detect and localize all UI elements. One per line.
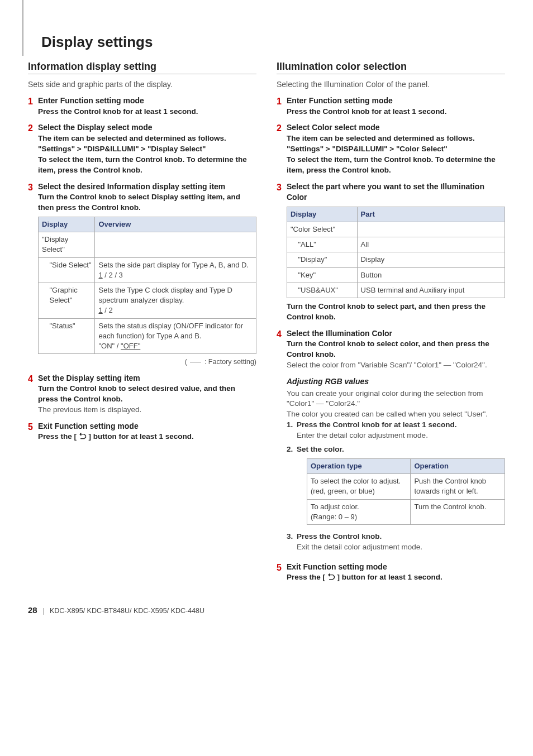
- table-header: Overview: [95, 217, 256, 232]
- side-rule: [22, 0, 23, 56]
- table-header: Display: [287, 207, 358, 222]
- default-value: 1: [98, 306, 102, 314]
- step-body: Select the Display select mode The item …: [38, 122, 256, 175]
- numlist-number: 3.: [287, 532, 297, 553]
- step-body: Enter Function setting mode Press the Co…: [38, 95, 256, 117]
- table-cell: [357, 222, 505, 237]
- table-cell: [95, 232, 256, 257]
- indent-cell: [287, 252, 295, 267]
- table-cell: Sets the Type C clock display and Type D…: [95, 283, 256, 318]
- page: Display settings Information display set…: [0, 0, 533, 631]
- table-cell: "ALL": [295, 237, 358, 252]
- table-cell: Push the Control knob towards right or l…: [411, 474, 505, 499]
- page-title: Display settings: [41, 34, 505, 51]
- step-body: Select Color select mode The item can be…: [287, 122, 505, 175]
- table-cell: "Status": [46, 318, 95, 354]
- step-number: 2: [277, 122, 287, 175]
- table-cell: Button: [357, 267, 505, 283]
- columns: Information display setting Sets side an…: [28, 61, 505, 588]
- step-sub: Turn the Control knob to select desired …: [38, 384, 256, 405]
- cell-text: Sets the Type C clock display and Type D…: [98, 286, 232, 304]
- table-header-row: Display Overview: [39, 217, 256, 232]
- table-cell: "Display Select": [39, 232, 95, 257]
- sub-prefix: Press the [: [287, 573, 327, 581]
- breadcrumb: "Settings" > "DISP&ILLUMI" > "Color Sele…: [287, 144, 505, 155]
- numlist-item: 1. Press the Control knob for at least 1…: [287, 420, 505, 441]
- step-number: 4: [277, 328, 287, 556]
- crumb-part: "DISP&ILLUMI": [83, 145, 139, 153]
- table-header-row: Operation type Operation: [307, 458, 505, 473]
- left-column: Information display setting Sets side an…: [28, 61, 256, 588]
- indent-cell: [39, 257, 46, 283]
- right-step-2: 2 Select Color select mode The item can …: [277, 122, 505, 175]
- step-title: Enter Function setting mode: [38, 95, 256, 107]
- table-cell: Display: [357, 252, 505, 267]
- table-cell: "Side Select": [46, 257, 95, 283]
- table-header: Part: [357, 207, 505, 222]
- step-title: Select the part where you want to set th…: [287, 181, 505, 203]
- rgb-operation-table: Operation type Operation To select the c…: [307, 458, 505, 525]
- crumb-part: "Settings": [38, 145, 75, 153]
- step-number: 5: [277, 562, 287, 583]
- table-row: "Display Select": [39, 232, 256, 257]
- step-sub: Turn the Control knob to select Display …: [38, 192, 256, 213]
- breadcrumb: "Settings" > "DISP&ILLUMI" > "Display Se…: [38, 144, 256, 155]
- step-title: Enter Function setting mode: [287, 95, 505, 107]
- step-sub: Press the Control knob for at least 1 se…: [287, 107, 505, 117]
- chevron-right-icon: >: [389, 145, 394, 153]
- left-step-2: 2 Select the Display select mode The ite…: [28, 122, 256, 175]
- table-cell: To adjust color. (Range: 0 – 9): [307, 499, 411, 524]
- table-row: "Status" Sets the status display (ON/OFF…: [39, 318, 256, 354]
- indent-cell: [287, 237, 295, 252]
- rgb-text: You can create your original color durin…: [287, 389, 505, 410]
- step-number: 1: [28, 95, 38, 117]
- step-number: 5: [28, 421, 38, 442]
- indent-cell: [287, 267, 295, 283]
- step-number: 3: [28, 181, 38, 367]
- title-area: Display settings: [41, 34, 505, 51]
- step-sub: Turn the Control knob to select color, a…: [287, 339, 505, 360]
- table-header: Operation type: [307, 458, 411, 473]
- factory-note-text: : Factory setting): [202, 358, 256, 366]
- default-value: 1: [98, 271, 102, 279]
- right-step-1: 1 Enter Function setting mode Press the …: [277, 95, 505, 117]
- step-title: Exit Function setting mode: [38, 421, 256, 432]
- sub-suffix: ] button for at least 1 second.: [87, 432, 194, 441]
- table-cell: To select the color to adjust. (red, gre…: [307, 474, 411, 499]
- cell-values: / 2 / 3: [103, 271, 123, 279]
- numlist-number: 2.: [287, 444, 297, 528]
- step-text: Select the color from "Variable Scan"/ "…: [287, 360, 505, 371]
- numlist-item: 3. Press the Control knob. Exit the deta…: [287, 532, 505, 553]
- table-cell: Turn the Control knob.: [411, 499, 505, 524]
- table-cell: All: [357, 237, 505, 252]
- left-intro: Sets side and graphic parts of the displ…: [28, 80, 256, 89]
- display-select-table: Display Overview "Display Select" "Side …: [38, 217, 256, 354]
- step-sub: Press the [ ⮌ ] button for at least 1 se…: [38, 432, 256, 442]
- right-heading: Illumination color selection: [277, 61, 505, 74]
- table-row: "Key" Button: [287, 267, 505, 283]
- table-cell: USB terminal and Auxiliary input: [357, 283, 505, 298]
- step-body: Select the part where you want to set th…: [287, 181, 505, 323]
- crumb-part: "DISP&ILLUMI": [332, 145, 387, 153]
- left-step-3: 3 Select the desired Information display…: [28, 181, 256, 367]
- table-cell: Sets the side part display for Type A, B…: [95, 257, 256, 283]
- step-body: Set the Display setting item Turn the Co…: [38, 373, 256, 415]
- step-body: Select the Illumination Color Turn the C…: [287, 328, 505, 556]
- step-sub: The item can be selected and determined …: [38, 133, 256, 144]
- chevron-right-icon: >: [141, 145, 145, 153]
- step-body: Enter Function setting mode Press the Co…: [287, 95, 505, 117]
- indent-cell: [39, 318, 46, 354]
- step-number: 3: [277, 181, 287, 323]
- default-value: "OFF": [121, 342, 140, 350]
- right-step-5: 5 Exit Function setting mode Press the […: [277, 562, 505, 583]
- table-row: "USB&AUX" USB terminal and Auxiliary inp…: [287, 283, 505, 298]
- step-title: Set the Display setting item: [38, 373, 256, 384]
- cell-text: Sets the status display (ON/OFF indicato…: [98, 322, 243, 340]
- numlist-title: Press the Control knob.: [297, 532, 382, 540]
- rgb-text: The color you created can be called when…: [287, 409, 505, 420]
- table-header-row: Display Part: [287, 207, 505, 222]
- crumb-part: "Display Select": [147, 145, 206, 153]
- step-number: 4: [28, 373, 38, 415]
- cell-text: Sets the side part display for Type A, B…: [98, 261, 249, 269]
- step-sub: Turn the Control knob to select part, an…: [287, 302, 505, 323]
